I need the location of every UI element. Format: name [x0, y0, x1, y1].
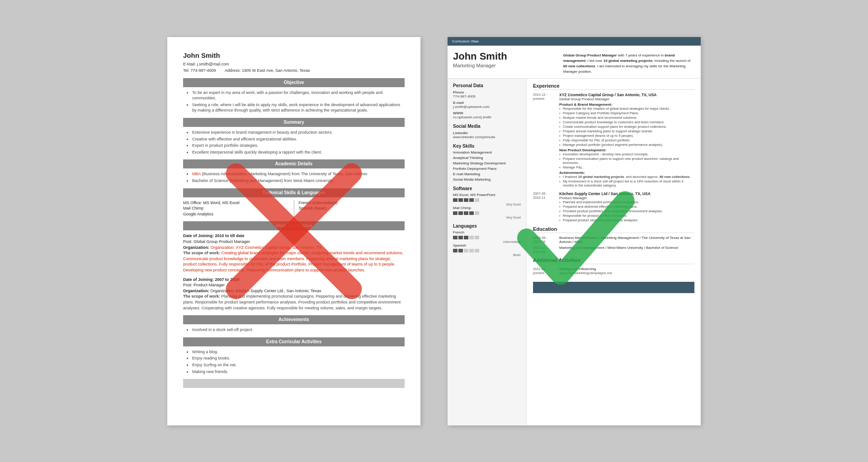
achievement-1: Involved in a stock sell-off project.	[192, 327, 405, 333]
achievements-list: Involved in a stock sell-off project.	[183, 327, 405, 333]
skills-col-1: MS Office: MS Word, MS Excel Mail Chimp …	[183, 200, 289, 217]
cv-label: Curriculum Vitae	[448, 37, 701, 46]
skill-analytical: Analytical Thinking	[453, 156, 521, 160]
exp2-bullets: Planned and implemented promotional camp…	[559, 200, 694, 222]
email-value: j.smith@uptowork.com	[453, 105, 521, 109]
linkedin-value: www.linkedin.com/johnutw	[453, 135, 521, 139]
achievements-header: Achievements	[183, 315, 405, 324]
software-item-2: Mail Chimp Very Good	[453, 206, 521, 219]
www-label: WWW	[453, 111, 521, 115]
exp1-bullets3: I finalized 10 global marketing projects…	[559, 175, 694, 187]
personal-data-title: Personal Data	[453, 83, 521, 88]
exp1-bullets1: Responsible for the creation of global b…	[559, 107, 694, 147]
additional-entry-1: 2012-01 - present Writing and Influencin…	[533, 267, 694, 275]
academic-bsc: Bachelor of Science (Marketing and Manag…	[192, 178, 405, 184]
work1-post: Post: Global Group Product Manager	[183, 239, 405, 245]
extra-header: Extra Curricular Activities	[183, 337, 405, 346]
academic-header: Academic Details	[183, 159, 405, 168]
objective-list: To be an expert in my area of work, with…	[183, 90, 405, 113]
skill-portfolio: Portfolio Deployment Plans	[453, 167, 521, 171]
academic-list: MBA (Business Administration, Marketing …	[183, 171, 405, 183]
exp2-details: Kitchen Supply Center Ltd / San Antonio,…	[559, 191, 694, 223]
spanish-bar	[453, 249, 521, 252]
social-media-title: Social Media	[453, 124, 521, 129]
key-skills-title: Key Skills	[453, 144, 521, 149]
exp1-dates: 2010-12 - present	[533, 93, 556, 188]
right-summary: Global Group Product Manager with 7 year…	[563, 51, 695, 75]
right-body: Personal Data Phone 774-987-4009 E-mail …	[448, 79, 701, 425]
extra-2: Enjoy reading books.	[192, 355, 405, 361]
additional-title: Additional Activities	[533, 257, 694, 264]
skill-ms-office: MS Office: MS Word, MS Excel	[183, 200, 289, 206]
summary-item-4: Excellent interpersonal skills quickly d…	[192, 149, 405, 155]
software-title: Software	[453, 186, 521, 191]
summary-list: Extensive experience in brand management…	[183, 130, 405, 155]
extra-1: Writing a blog.	[192, 349, 405, 355]
summary-item-3: Expert in product portfolio strategies.	[192, 143, 405, 149]
education-title: Education	[533, 226, 694, 233]
work2-date: Date of Joining: 2007 to 2010	[183, 277, 405, 283]
languages-title: Languages	[453, 224, 521, 229]
lang-french: French Intermediate	[453, 230, 521, 243]
www-value: cv.uptowork.com/j.smith	[453, 115, 521, 119]
work2-org: Organization: Organization: Kitchen Supp…	[183, 288, 405, 294]
left-resume: John Smith E-Mail: j.smith@mail.com Tel:…	[167, 37, 420, 425]
skills-table: MS Office: MS Word, MS Excel Mail Chimp …	[183, 200, 405, 217]
left-tel-address: Tel: 774-987-4009 Address: 1905 W East A…	[183, 68, 405, 74]
extra-4: Making new friends.	[192, 369, 405, 375]
left-name: John Smith	[183, 51, 405, 60]
work1-scope: The scope of work: Creating global brand…	[183, 250, 405, 273]
skill-marketing-strategy: Marketing Strategy Development	[453, 161, 521, 165]
mailchimp-bar	[453, 211, 521, 215]
objective-header: Objective	[183, 78, 405, 87]
extra-list: Writing a blog. Enjoy reading books. Enj…	[183, 349, 405, 374]
work2-post: Post: Product Manager	[183, 282, 405, 288]
skill-innovation: Innovation Management	[453, 150, 521, 154]
summary-header: Summary	[183, 118, 405, 127]
right-title: Marketing Manager	[453, 63, 559, 68]
phone-value: 774-987-4009	[453, 94, 521, 98]
technical-header: Technical Skills & Languages	[183, 188, 405, 197]
work2-scope: The scope of work: Planning and implemen…	[183, 294, 405, 311]
extra-3: Enjoy Surfing on the net.	[192, 362, 405, 368]
objective-item-2: Seeking a role, where I will be able to …	[192, 102, 405, 113]
right-main: Experience 2010-12 - present XYZ Cosmeti…	[527, 79, 701, 425]
exp1-details: XYZ Cosmetics Capital Group / San Antoni…	[559, 93, 694, 188]
right-footer-bar	[533, 282, 694, 293]
skill-email: E-mail Marketing	[453, 172, 521, 176]
linkedin-label: LinkedIn	[453, 131, 521, 135]
right-header: John Smith Marketing Manager Global Grou…	[448, 46, 701, 79]
academic-mba: MBA (Business Administration, Marketing …	[192, 171, 405, 177]
skill-french: French (intermediate)	[299, 200, 405, 206]
skills-col-2: French (intermediate) Spanish (basic)	[299, 200, 405, 217]
skill-mailchimp: Mail Chimp	[183, 205, 289, 211]
exp1-bullets2: Innovation development - develop new pro…	[559, 152, 694, 169]
exp-entry-1: 2010-12 - present XYZ Cosmetics Capital …	[533, 93, 694, 188]
skill-google: Google Analytics	[183, 211, 289, 217]
work-header: Work Experience	[183, 221, 405, 230]
right-sidebar: Personal Data Phone 774-987-4009 E-mail …	[448, 79, 527, 425]
experience-title: Experience	[533, 83, 694, 90]
right-header-left: John Smith Marketing Manager	[453, 51, 559, 75]
right-resume: Curriculum Vitae John Smith Marketing Ma…	[448, 37, 701, 425]
edu-entry-2: 2000-10 - 2004-05 Marketing and Manageme…	[533, 246, 694, 254]
work-entry-2: Date of Joining: 2007 to 2010 Post: Prod…	[183, 277, 405, 311]
summary-item-2: Creative with effective and efficient or…	[192, 136, 405, 142]
exp2-dates: 2007-09 - 2010-11	[533, 191, 556, 223]
phone-label: Phone	[453, 90, 521, 94]
exp-entry-2: 2007-09 - 2010-11 Kitchen Supply Center …	[533, 191, 694, 223]
msexcel-bar	[453, 198, 521, 202]
skill-social: Social Media Marketing	[453, 177, 521, 182]
software-item-1: MS Excel, MS PowerPoint Very Good	[453, 193, 521, 206]
skill-spanish: Spanish (basic)	[299, 205, 405, 211]
summary-item-1: Extensive experience in brand management…	[192, 130, 405, 135]
right-name: John Smith	[453, 51, 559, 62]
lang-spanish: Spanish Basic	[453, 243, 521, 257]
edu-entry-1: 2005-09 - 2007-05 Business Administratio…	[533, 236, 694, 244]
work-entry-1: Date of Joining: 2010 to till date Post:…	[183, 233, 405, 273]
email-label: E-mail	[453, 101, 521, 105]
left-email: E-Mail: j.smith@mail.com	[183, 61, 405, 67]
objective-item-1: To be an expert in my area of work, with…	[192, 90, 405, 101]
work1-date: Date of Joining: 2010 to till date	[183, 233, 405, 239]
skills-divider	[294, 200, 294, 217]
